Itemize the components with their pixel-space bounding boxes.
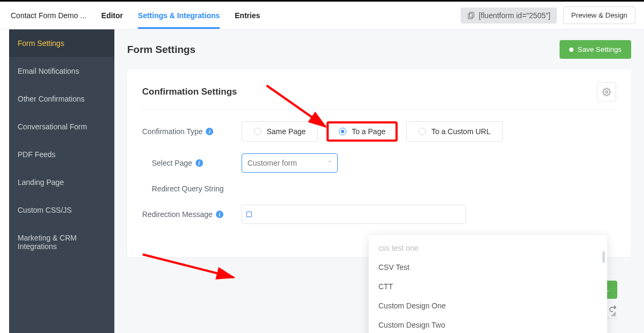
radio-custom-url[interactable]: To a Custom URL [406,121,502,142]
confirmation-settings-card: Confirmation Settings Confirmation Type … [127,69,631,257]
radio-to-a-page[interactable]: To a Page [327,121,398,142]
save-settings-button[interactable]: Save Settings [560,40,631,59]
info-icon[interactable]: i [216,211,223,218]
editor-toolbar-left [242,205,466,224]
info-icon[interactable]: i [196,159,203,167]
tab-editor[interactable]: Editor [102,3,123,28]
page-dropdown: css test one CSV Test CTT Custom Design … [369,235,607,333]
radio-same-page-label: Same Page [267,127,306,136]
dropdown-item[interactable]: css test one [369,238,607,258]
record-icon [569,48,573,52]
page-select[interactable]: ⌃ [242,153,338,173]
shortcode-copy[interactable]: [fluentform id="2505"] [461,7,557,24]
select-page-label: Select Page [152,159,192,167]
scrollbar-thumb[interactable] [602,251,605,263]
radio-custom-url-label: To a Custom URL [431,127,490,136]
sidebar-item-pdf-feeds[interactable]: PDF Feeds [9,141,114,168]
nav-tabs: Editor Settings & Integrations Entries [102,3,260,28]
radio-icon [339,128,346,135]
svg-rect-3 [246,212,251,216]
copy-icon [467,11,476,20]
radio-icon [254,128,261,135]
shortcode-text: [fluentform id="2505"] [479,11,550,20]
sidebar-item-email-notifications[interactable]: Email Notifications [9,57,114,85]
svg-rect-1 [468,13,472,18]
section-title: Confirmation Settings [142,87,237,97]
redirect-query-label: Redirect Query String [152,184,224,193]
save-button-label: Save Settings [578,45,622,53]
radio-to-page-label: To a Page [352,127,385,136]
sidebar-item-marketing-crm[interactable]: Marketing & CRM Integrations [9,224,114,260]
sidebar-item-landing-page[interactable]: Landing Page [9,168,114,196]
tab-entries[interactable]: Entries [235,3,260,28]
dropdown-item[interactable]: CTT [369,277,607,296]
sidebar-item-form-settings[interactable]: Form Settings [9,29,114,57]
radio-icon [418,128,426,135]
app-header: Contact Form Demo ... Editor Settings & … [0,2,644,29]
main-content: Form Settings Save Settings Confirmation… [114,29,644,333]
resize-handle-icon[interactable]: ◢ [611,309,616,317]
preview-design-button[interactable]: Preview & Design [563,6,635,24]
page-select-input[interactable] [242,153,338,173]
dropdown-item[interactable]: Custom Design Two [369,315,607,333]
svg-point-2 [606,91,608,93]
confirmation-type-label: Confirmation Type [142,127,203,136]
sidebar-item-other-confirmations[interactable]: Other Confirmations [9,85,114,113]
dropdown-item[interactable]: CSV Test [369,258,607,277]
sidebar: Form Settings Email Notifications Other … [9,29,114,333]
svg-rect-0 [469,12,474,17]
sidebar-item-custom-css-js[interactable]: Custom CSS/JS [9,196,114,224]
tab-settings[interactable]: Settings & Integrations [138,3,220,28]
page-title: Form Settings [127,44,196,56]
radio-same-page[interactable]: Same Page [242,121,318,142]
gear-icon [602,88,611,96]
sidebar-item-conversational-form[interactable]: Conversational Form [9,113,114,141]
info-icon[interactable]: i [206,128,213,135]
dropdown-item[interactable]: Custom Design One [369,296,607,315]
svg-line-5 [143,254,234,277]
form-title: Contact Form Demo ... [11,11,87,20]
card-settings-button[interactable] [597,82,616,102]
toolbar-icon[interactable] [245,211,253,218]
redirection-message-label: Redirection Message [142,210,213,219]
